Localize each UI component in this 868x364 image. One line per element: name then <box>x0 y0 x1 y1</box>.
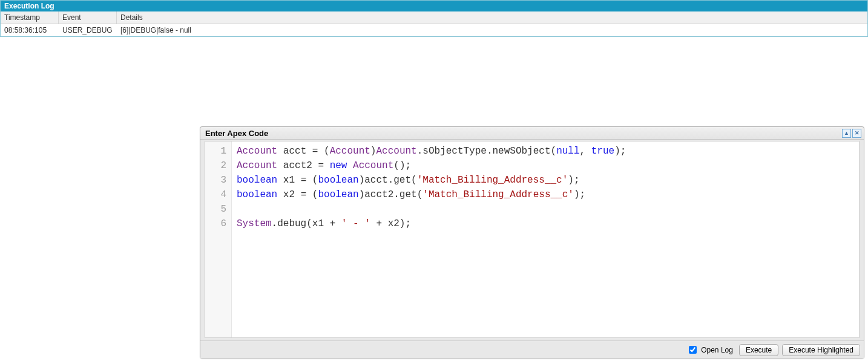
apex-window-titlebar[interactable]: Enter Apex Code ▲ ✕ <box>200 127 864 140</box>
code-line: Account acct = (Account)Account.sObjectT… <box>237 144 626 158</box>
execute-button[interactable]: Execute <box>739 344 778 356</box>
apex-code-window: Enter Apex Code ▲ ✕ 1 2 3 4 5 6 Account … <box>200 126 864 359</box>
execution-log-title: Execution Log <box>1 1 867 11</box>
line-number: 2 <box>205 158 226 173</box>
code-line: boolean x2 = (boolean)acct2.get('Match_B… <box>237 187 626 202</box>
log-cell-details: [6]|DEBUG|false - null <box>117 24 867 36</box>
line-number: 5 <box>205 202 226 216</box>
open-log-checkbox[interactable] <box>689 346 697 354</box>
line-number: 1 <box>205 144 226 158</box>
log-header-row: Timestamp Event Details <box>1 11 867 24</box>
code-editor[interactable]: 1 2 3 4 5 6 Account acct = (Account)Acco… <box>205 141 860 338</box>
code-line: boolean x1 = (boolean)acct.get('Match_Bi… <box>237 173 626 187</box>
line-number-gutter: 1 2 3 4 5 6 <box>205 141 232 337</box>
log-cell-event: USER_DEBUG <box>59 24 117 36</box>
log-header-timestamp[interactable]: Timestamp <box>1 11 59 24</box>
log-cell-timestamp: 08:58:36:105 <box>1 24 59 36</box>
close-icon[interactable]: ✕ <box>852 129 861 138</box>
execute-highlighted-button[interactable]: Execute Highlighted <box>782 344 860 356</box>
code-line: System.debug(x1 + ' - ' + x2); <box>237 216 626 231</box>
code-line <box>237 202 626 216</box>
line-number: 3 <box>205 173 226 187</box>
log-header-details[interactable]: Details <box>117 11 867 24</box>
code-area[interactable]: Account acct = (Account)Account.sObjectT… <box>232 141 626 337</box>
log-row[interactable]: 08:58:36:105 USER_DEBUG [6]|DEBUG|false … <box>1 24 867 36</box>
log-header-event[interactable]: Event <box>59 11 117 24</box>
open-log-label: Open Log <box>701 346 733 354</box>
collapse-icon[interactable]: ▲ <box>842 129 851 138</box>
apex-window-title: Enter Apex Code <box>205 129 268 138</box>
code-line: Account acct2 = new Account(); <box>237 158 626 173</box>
execution-log-panel: Execution Log Timestamp Event Details 08… <box>0 0 868 37</box>
apex-footer: Open Log Execute Execute Highlighted <box>200 340 864 359</box>
line-number: 4 <box>205 187 226 202</box>
open-log-checkbox-label[interactable]: Open Log <box>686 344 733 356</box>
line-number: 6 <box>205 216 226 231</box>
